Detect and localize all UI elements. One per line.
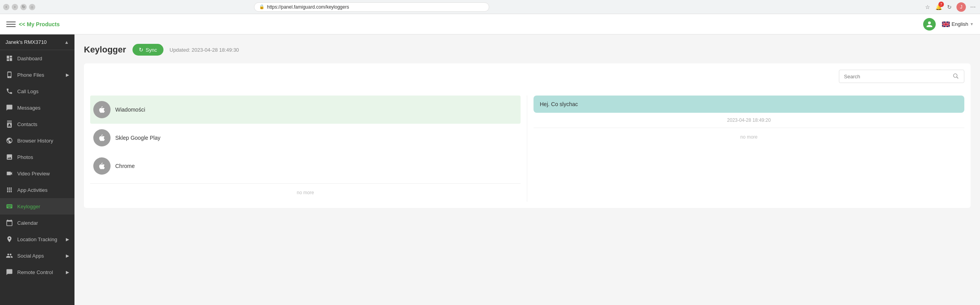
browser-icon: [5, 137, 13, 144]
app-icon-circle: [93, 101, 111, 118]
app-container: Janek's RMX3710 ▲ Dashboard Phone Files …: [0, 34, 980, 305]
page-title: Keylogger: [84, 45, 126, 55]
brand-text[interactable]: << My Products: [19, 21, 60, 27]
remote-icon: [5, 268, 13, 276]
sync-button[interactable]: ↻ Sync: [132, 44, 163, 56]
home-btn[interactable]: ⌂: [29, 4, 35, 10]
sidebar-arrow-icon: ▶: [66, 237, 69, 242]
app-icon-circle: [93, 157, 111, 175]
message-icon: [5, 104, 13, 112]
sidebar-arrow-icon: ▶: [66, 72, 69, 78]
photo-icon: [5, 153, 13, 161]
sidebar-item-label: Social Apps: [17, 253, 62, 259]
right-panel: Hej. Co slychac 2023-04-28 18:49:20 no m…: [527, 96, 964, 202]
sidebar-item-video-preview[interactable]: Video Preview: [0, 165, 74, 182]
sidebar-item-label: Dashboard: [17, 56, 69, 61]
sidebar-item-app-activities[interactable]: App Activities: [0, 182, 74, 198]
updated-text: Updated: 2023-04-28 18:49:30: [170, 47, 239, 53]
sidebar-item-label: Remote Control: [17, 269, 62, 275]
refresh-icon[interactable]: ↻: [946, 3, 953, 11]
search-input[interactable]: [844, 74, 953, 79]
reload-btn[interactable]: ↻: [20, 4, 27, 10]
sidebar-item-label: App Activities: [17, 187, 69, 193]
sidebar-item-label: Keylogger: [17, 204, 69, 209]
app-icon: [5, 186, 13, 194]
sidebar-item-browser-history[interactable]: Browser History: [0, 132, 74, 149]
sidebar-item-label: Video Preview: [17, 171, 69, 177]
browser-icons: ☆ 🔔 7 ↻ J ⋯: [924, 2, 977, 12]
flag-icon: [942, 22, 950, 27]
search-icon[interactable]: [953, 73, 959, 79]
app-list-item-wiadomosci[interactable]: Wiadomości: [90, 96, 521, 124]
url-text: https://panel.famiguard.com/keyloggers: [267, 4, 349, 10]
top-bar-logo: << My Products: [6, 20, 81, 29]
browser-controls: ‹ › ↻ ⌂: [3, 4, 35, 10]
more-options-icon[interactable]: ⋯: [969, 3, 977, 11]
app-name: Chrome: [115, 163, 135, 169]
forward-btn[interactable]: ›: [12, 4, 18, 10]
sidebar-item-phone-files[interactable]: Phone Files ▶: [0, 67, 74, 83]
sidebar-arrow-icon: ▶: [66, 253, 69, 258]
user-profile-icon[interactable]: J: [956, 2, 966, 12]
sidebar-item-label: Contacts: [17, 121, 69, 127]
sidebar-item-call-logs[interactable]: Call Logs: [0, 83, 74, 99]
no-more-left: no more: [90, 183, 521, 202]
sidebar-item-calendar[interactable]: Calendar: [0, 215, 74, 231]
app-list-item-sklep-google-play[interactable]: Sklep Google Play: [90, 124, 521, 152]
sidebar: Janek's RMX3710 ▲ Dashboard Phone Files …: [0, 34, 74, 305]
keyboard-icon: [5, 202, 13, 210]
language-label: English: [951, 21, 968, 27]
sidebar-item-label: Calendar: [17, 220, 69, 226]
social-icon: [5, 252, 13, 260]
sync-label: Sync: [146, 47, 157, 53]
sidebar-item-remote-control[interactable]: Remote Control ▶: [0, 264, 74, 280]
sidebar-item-location-tracking[interactable]: Location Tracking ▶: [0, 231, 74, 247]
user-avatar[interactable]: [923, 18, 936, 31]
sidebar-item-keylogger[interactable]: Keylogger: [0, 198, 74, 215]
calendar-icon: [5, 219, 13, 227]
lang-chevron-icon: ▼: [970, 22, 974, 26]
nav-items-container: Dashboard Phone Files ▶ Call Logs Messag…: [0, 50, 74, 280]
language-selector[interactable]: English ▼: [942, 21, 974, 27]
notification-badge: 7: [938, 2, 944, 7]
sidebar-item-photos[interactable]: Photos: [0, 149, 74, 165]
sidebar-item-dashboard[interactable]: Dashboard: [0, 50, 74, 67]
message-bubble: Hej. Co slychac: [534, 96, 964, 113]
sidebar-arrow-icon: ▶: [66, 270, 69, 275]
sync-icon: ↻: [139, 47, 143, 53]
app-list-container: Wiadomości Sklep Google Play Chrome: [90, 96, 521, 180]
sidebar-item-messages[interactable]: Messages: [0, 99, 74, 116]
device-name: Janek's RMX3710: [5, 39, 47, 45]
no-more-right: no more: [534, 128, 964, 146]
sidebar-item-contacts[interactable]: Contacts: [0, 116, 74, 132]
location-icon: [5, 235, 13, 243]
call-icon: [5, 87, 13, 95]
video-icon: [5, 170, 13, 177]
contacts-icon: [5, 120, 13, 128]
star-icon[interactable]: ☆: [924, 3, 931, 11]
message-timestamp: 2023-04-28 18:49:20: [534, 117, 964, 123]
hamburger-menu[interactable]: [6, 20, 16, 29]
back-btn[interactable]: ‹: [3, 4, 9, 10]
top-bar: << My Products English ▼: [0, 14, 980, 34]
content-area: Wiadomości Sklep Google Play Chrome no m…: [84, 63, 971, 208]
sidebar-item-label: Location Tracking: [17, 236, 62, 242]
left-panel: Wiadomości Sklep Google Play Chrome no m…: [90, 96, 527, 202]
app-list-item-chrome[interactable]: Chrome: [90, 152, 521, 180]
sidebar-item-label: Photos: [17, 154, 69, 160]
dashboard-icon: [5, 54, 13, 62]
lock-icon: 🔒: [259, 4, 265, 9]
sidebar-item-label: Phone Files: [17, 72, 62, 78]
sidebar-item-label: Browser History: [17, 138, 69, 144]
page-header: Keylogger ↻ Sync Updated: 2023-04-28 18:…: [84, 44, 971, 56]
notification-icon[interactable]: 🔔 7: [935, 3, 942, 11]
sidebar-item-social-apps[interactable]: Social Apps ▶: [0, 247, 74, 264]
phone-icon: [5, 71, 13, 79]
app-icon-circle: [93, 129, 111, 146]
message-area: Hej. Co slychac 2023-04-28 18:49:20 no m…: [534, 96, 964, 146]
main-content: Keylogger ↻ Sync Updated: 2023-04-28 18:…: [74, 34, 980, 305]
address-bar[interactable]: 🔒 https://panel.famiguard.com/keyloggers: [254, 2, 489, 12]
search-bar[interactable]: [839, 70, 964, 83]
browser-chrome: ‹ › ↻ ⌂ 🔒 https://panel.famiguard.com/ke…: [0, 0, 980, 14]
device-header[interactable]: Janek's RMX3710 ▲: [0, 34, 74, 50]
